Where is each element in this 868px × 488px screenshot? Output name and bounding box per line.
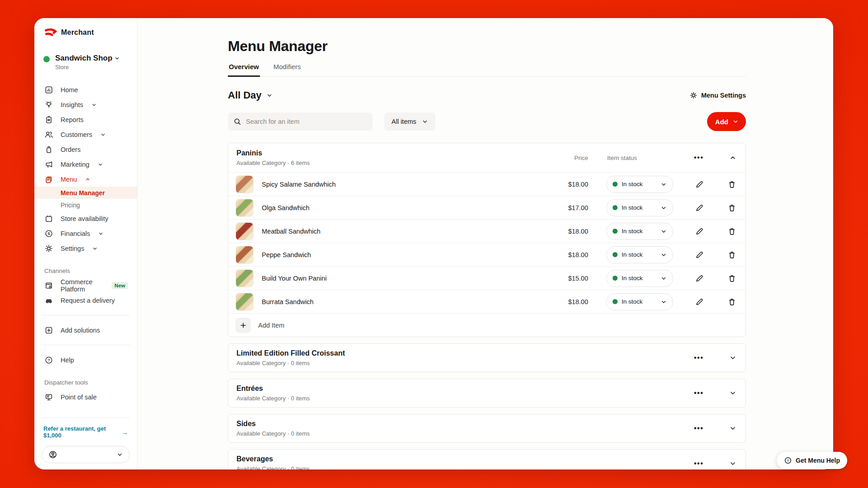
edit-item-button[interactable] <box>694 202 705 213</box>
search-box[interactable] <box>228 113 373 131</box>
item-price: $18.00 <box>538 251 588 258</box>
divider <box>42 315 130 315</box>
add-button[interactable]: Add <box>707 112 746 131</box>
item-photo <box>236 175 254 193</box>
category-card-paninis: Paninis Available Category · 6 items Pri… <box>228 143 746 337</box>
tab-overview[interactable]: Overview <box>228 63 260 77</box>
item-status-dropdown[interactable]: In stock <box>606 176 673 193</box>
sidebar-item-help[interactable]: ? Help <box>34 352 137 367</box>
item-status-label: In stock <box>622 275 643 282</box>
delete-item-button[interactable] <box>726 296 737 307</box>
edit-item-button[interactable] <box>694 249 705 260</box>
home-chart-icon <box>44 85 53 94</box>
sidebar-item-label: Help <box>61 357 74 364</box>
chevron-down-icon <box>117 451 123 458</box>
collapse-category-button[interactable] <box>728 153 737 162</box>
sidebar-item-menu[interactable]: Menu <box>34 172 137 187</box>
add-item-button[interactable]: Add Item <box>228 313 745 337</box>
item-name: Burrata Sandwich <box>262 298 538 305</box>
expand-category-button[interactable] <box>728 424 737 433</box>
category-subtitle: Available Category · 0 items <box>236 430 310 437</box>
expand-category-button[interactable] <box>728 389 737 398</box>
sidebar-item-pricing[interactable]: Pricing <box>34 199 137 211</box>
category-card-limited-edition-filled-croissant[interactable]: Limited Edition Filled Croissant Availab… <box>228 343 746 372</box>
sidebar-item-settings[interactable]: Settings <box>34 241 137 256</box>
category-title: Sides <box>236 420 310 428</box>
sidebar-item-store-availability[interactable]: Store availability <box>34 211 137 226</box>
expand-category-button[interactable] <box>728 459 737 468</box>
get-menu-help-button[interactable]: ? Get Menu Help <box>777 452 847 469</box>
in-stock-dot <box>613 205 618 210</box>
account-menu-button[interactable] <box>42 446 130 463</box>
sidebar-item-orders[interactable]: Orders <box>34 142 137 157</box>
more-options-icon[interactable]: ••• <box>694 389 703 397</box>
status-column-header: Item status <box>606 155 673 161</box>
in-stock-dot <box>613 229 618 234</box>
sidebar-item-menu-manager[interactable]: Menu Manager <box>34 187 137 199</box>
more-options-icon[interactable]: ••• <box>694 354 703 361</box>
chevron-down-icon <box>660 252 667 258</box>
person-circle-icon <box>48 450 57 459</box>
menu-selector[interactable]: All Day <box>228 89 273 101</box>
doordash-logo-icon <box>44 28 57 37</box>
expand-category-button[interactable] <box>728 353 737 362</box>
sidebar-item-label: Financials <box>61 230 90 237</box>
chevron-down-icon <box>660 181 667 188</box>
item-name: Build Your Own Panini <box>262 275 538 282</box>
item-status-dropdown[interactable]: In stock <box>606 199 673 216</box>
sidebar-item-add-solutions[interactable]: Add solutions <box>34 323 137 338</box>
pencil-icon <box>695 274 704 283</box>
edit-item-button[interactable] <box>694 226 705 237</box>
more-options-icon[interactable]: ••• <box>694 460 703 467</box>
item-status-dropdown[interactable]: In stock <box>606 270 673 287</box>
item-photo <box>236 222 254 240</box>
category-card-sides[interactable]: Sides Available Category · 0 items ••• <box>228 414 746 443</box>
car-icon <box>44 296 53 305</box>
store-name: Sandwich Shop <box>55 54 113 63</box>
sidebar-item-request-delivery[interactable]: Request a delivery <box>34 293 137 308</box>
pencil-icon <box>695 227 704 236</box>
sidebar-item-label: Request a delivery <box>61 297 115 304</box>
chevron-down-icon <box>729 460 736 467</box>
sidebar-item-label: Customers <box>61 131 92 138</box>
sidebar-item-financials[interactable]: $ Financials <box>34 226 137 241</box>
pencil-icon <box>695 203 704 212</box>
main-content: Menu Manager Overview Modifiers All Day … <box>137 18 833 469</box>
tab-modifiers[interactable]: Modifiers <box>273 63 302 76</box>
delete-item-button[interactable] <box>726 273 737 284</box>
refer-restaurant-link[interactable]: Refer a restaurant, get $1,000 → <box>34 425 137 439</box>
delete-item-button[interactable] <box>726 226 737 237</box>
sidebar-item-point-of-sale[interactable]: Point of sale <box>34 389 137 404</box>
sidebar-item-commerce-platform[interactable]: Commerce Platform New <box>34 278 137 293</box>
sidebar-item-label: Commerce Platform <box>61 278 102 293</box>
storefront-icon <box>44 281 53 290</box>
add-button-label: Add <box>715 118 728 126</box>
item-status-dropdown[interactable]: In stock <box>606 293 673 310</box>
sidebar-item-insights[interactable]: Insights <box>34 97 137 112</box>
search-input[interactable] <box>246 118 367 125</box>
delete-item-button[interactable] <box>726 249 737 260</box>
more-options-icon[interactable]: ••• <box>694 154 703 161</box>
menu-settings-button[interactable]: Menu Settings <box>689 91 746 99</box>
sidebar-item-reports[interactable]: Reports <box>34 112 137 127</box>
item-status-dropdown[interactable]: In stock <box>606 246 673 263</box>
more-options-icon[interactable]: ••• <box>694 425 703 432</box>
in-stock-dot <box>613 299 618 304</box>
items-filter-dropdown[interactable]: All items <box>384 113 435 131</box>
category-card-beverages[interactable]: Beverages Available Category · 0 items •… <box>228 449 746 469</box>
item-status-dropdown[interactable]: In stock <box>606 223 673 240</box>
edit-item-button[interactable] <box>694 273 705 284</box>
edit-item-button[interactable] <box>694 179 705 190</box>
sidebar-item-marketing[interactable]: Marketing <box>34 157 137 172</box>
trash-icon <box>727 203 736 212</box>
sidebar-item-home[interactable]: Home <box>34 82 137 97</box>
delete-item-button[interactable] <box>726 179 737 190</box>
chevron-down-icon <box>729 389 736 397</box>
arrow-right-icon: → <box>121 428 128 436</box>
category-card-entrees[interactable]: Entrées Available Category · 0 items ••• <box>228 379 746 408</box>
edit-item-button[interactable] <box>694 296 705 307</box>
delete-item-button[interactable] <box>726 202 737 213</box>
store-selector[interactable]: Sandwich Shop Store <box>34 54 137 70</box>
item-price: $15.00 <box>538 275 588 282</box>
sidebar-item-customers[interactable]: Customers <box>34 127 137 142</box>
